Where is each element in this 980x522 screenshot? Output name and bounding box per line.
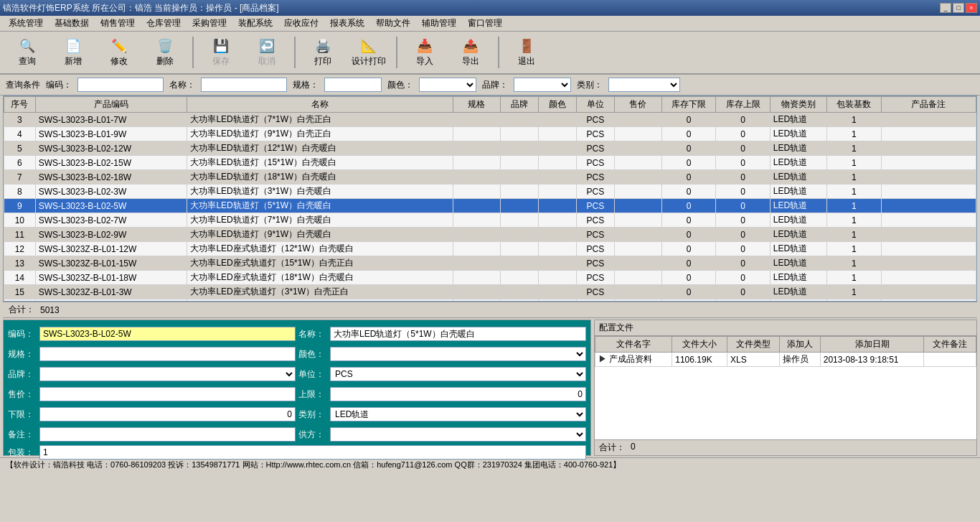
menu-purchase[interactable]: 采购管理 xyxy=(187,16,232,31)
exit-icon: 🚪 xyxy=(519,38,534,54)
cell-price xyxy=(614,141,661,156)
cell-unit: PCS xyxy=(576,213,614,228)
cell-unit: PCS xyxy=(576,113,614,127)
cell-remark xyxy=(881,141,976,156)
code-search-label: 编码： xyxy=(46,79,72,91)
file-table-row[interactable]: ▶ 产成品资料 1106.19K XLS 操作员 2013-08-13 9:18… xyxy=(595,353,976,367)
cell-category: LED轨道 xyxy=(770,185,826,199)
table-row[interactable]: 6 SWS-L3023-B-L02-15W 大功率LED轨道灯（15*1W）白壳… xyxy=(4,156,976,170)
detail-name-input[interactable] xyxy=(330,327,586,341)
cell-remark xyxy=(881,256,976,271)
design-print-button[interactable]: 📐 设计打印 xyxy=(347,34,390,71)
export-button[interactable]: 📤 导出 xyxy=(449,34,492,71)
cell-category: LED轨道 xyxy=(770,141,826,156)
menu-report[interactable]: 报表系统 xyxy=(324,16,370,31)
table-row[interactable]: 4 SWS-L3023-B-L01-9W 大功率LED轨道灯（9*1W）白壳正白… xyxy=(4,127,976,141)
detail-supplier-select[interactable] xyxy=(330,427,586,442)
menu-warehouse[interactable]: 仓库管理 xyxy=(141,16,187,31)
detail-category-select[interactable]: LED轨道 xyxy=(330,407,586,421)
detail-category-label: 类别： xyxy=(298,409,327,421)
table-scroll[interactable]: 序号 产品编码 名称 规格 品牌 颜色 单位 售价 库存下限 库存上限 物资类别… xyxy=(4,96,976,301)
cell-max-stock: 0 xyxy=(716,256,770,271)
cell-spec xyxy=(453,199,500,213)
detail-unit-select[interactable]: PCS xyxy=(330,367,586,381)
save-button[interactable]: 💾 保存 xyxy=(199,34,242,71)
file-cell-type: XLS xyxy=(727,353,779,367)
cell-seq: 4 xyxy=(4,127,36,141)
table-row[interactable]: 12 SWS-L3023Z-B-L01-12W 大功率LED座式轨道灯（12*1… xyxy=(4,242,976,256)
minimize-button[interactable]: _ xyxy=(940,3,951,13)
menu-basic-data[interactable]: 基础数据 xyxy=(49,16,95,31)
cell-code: SWS-L3023-B-L02-9W xyxy=(35,228,187,242)
query-button[interactable]: 🔍 查询 xyxy=(6,34,49,71)
maximize-button[interactable]: □ xyxy=(953,3,964,13)
table-row[interactable]: 8 SWS-L3023-B-L02-3W 大功率LED轨道灯（3*1W）白壳暖白… xyxy=(4,185,976,199)
menu-system[interactable]: 系统管理 xyxy=(3,16,49,31)
detail-price-label: 售价： xyxy=(8,388,37,401)
table-row[interactable]: 11 SWS-L3023-B-L02-9W 大功率LED轨道灯（9*1W）白壳暖… xyxy=(4,228,976,242)
table-row[interactable]: 10 SWS-L3023-B-L02-7W 大功率LED轨道灯（7*1W）白壳暖… xyxy=(4,213,976,228)
detail-upper-label: 上限： xyxy=(298,388,327,401)
menu-receivable[interactable]: 应收应付 xyxy=(278,16,324,31)
detail-lower-input[interactable] xyxy=(39,407,296,421)
cell-brand xyxy=(501,199,539,213)
detail-spec-input[interactable] xyxy=(39,347,296,361)
cell-brand xyxy=(501,156,539,170)
table-container: 序号 产品编码 名称 规格 品牌 颜色 单位 售价 库存下限 库存上限 物资类别… xyxy=(3,95,977,302)
detail-pack-input[interactable] xyxy=(39,445,586,460)
menu-window[interactable]: 窗口管理 xyxy=(462,16,508,31)
cell-pack: 1 xyxy=(827,213,881,228)
table-row[interactable]: 15 SWS-L3023Z-B-L01-3W 大功率LED座式轨道灯（3*1W）… xyxy=(4,285,976,299)
detail-upper-input[interactable] xyxy=(330,387,586,401)
delete-button[interactable]: 🗑️ 删除 xyxy=(143,34,187,71)
table-row[interactable]: 9 SWS-L3023-B-L02-5W 大功率LED轨道灯（5*1W）白壳暖白… xyxy=(4,199,976,213)
edit-button[interactable]: ✏️ 修改 xyxy=(98,34,141,71)
cell-pack: 1 xyxy=(827,285,881,299)
detail-price-input[interactable] xyxy=(39,387,296,401)
add-button[interactable]: 📄 新增 xyxy=(52,34,95,71)
exit-button[interactable]: 🚪 退出 xyxy=(505,34,548,71)
table-row[interactable]: 5 SWS-L3023-B-L02-12W 大功率LED轨道灯（12*1W）白壳… xyxy=(4,141,976,156)
table-row[interactable]: 3 SWS-L3023-B-L01-7W 大功率LED轨道灯（7*1W）白壳正白… xyxy=(4,113,976,127)
cell-category: LED轨道 xyxy=(770,156,826,170)
cell-max-stock: 0 xyxy=(716,170,770,185)
cell-spec xyxy=(453,285,500,299)
brand-search-select[interactable] xyxy=(514,78,571,92)
cell-max-stock: 0 xyxy=(716,299,770,302)
menu-help[interactable]: 帮助文件 xyxy=(370,16,416,31)
cell-pack: 1 xyxy=(827,242,881,256)
table-row[interactable]: 14 SWS-L3023Z-B-L01-18W 大功率LED座式轨道灯（18*1… xyxy=(4,271,976,285)
table-row[interactable]: 13 SWS-L3023Z-B-L01-15W 大功率LED座式轨道灯（15*1… xyxy=(4,256,976,271)
bottom-area: 编码： 名称： 规格： 颜色： 品牌： 单位： PCS 售价： 上限： 下限： … xyxy=(3,320,977,456)
cell-pack: 1 xyxy=(827,141,881,156)
cell-seq: 14 xyxy=(4,271,36,285)
spec-search-input[interactable] xyxy=(324,78,382,92)
table-row[interactable]: 7 SWS-L3023-B-L02-18W 大功率LED轨道灯（18*1W）白壳… xyxy=(4,170,976,185)
code-search-input[interactable] xyxy=(77,78,164,92)
menu-assembly[interactable]: 装配系统 xyxy=(232,16,278,31)
cell-price xyxy=(614,213,661,228)
cancel-label: 取消 xyxy=(258,55,275,67)
detail-color-select[interactable] xyxy=(330,347,586,361)
cell-spec xyxy=(453,156,500,170)
cancel-button[interactable]: ↩️ 取消 xyxy=(245,34,288,71)
file-cell-adder: 操作员 xyxy=(779,353,820,367)
detail-brand-select[interactable] xyxy=(39,367,296,381)
detail-remark-input[interactable] xyxy=(39,427,296,442)
cell-brand xyxy=(501,256,539,271)
category-search-select[interactable] xyxy=(608,78,680,92)
edit-label: 修改 xyxy=(110,55,128,67)
cell-unit: PCS xyxy=(576,256,614,271)
name-search-input[interactable] xyxy=(201,78,287,92)
menu-sales[interactable]: 销售管理 xyxy=(95,16,141,31)
print-button[interactable]: 🖨️ 打印 xyxy=(301,34,344,71)
cell-price xyxy=(614,170,661,185)
close-button[interactable]: × xyxy=(966,3,977,13)
cell-spec xyxy=(453,141,500,156)
import-button[interactable]: 📥 导入 xyxy=(403,34,446,71)
menu-auxiliary[interactable]: 辅助管理 xyxy=(416,16,462,31)
detail-code-input[interactable] xyxy=(39,327,296,341)
cell-name: 大功率LED座式轨道灯（5*1W）白壳正白 xyxy=(187,299,453,302)
table-row[interactable]: 16 SWS-L3023Z-B-L01-5W 大功率LED座式轨道灯（5*1W）… xyxy=(4,299,976,302)
color-search-select[interactable] xyxy=(419,78,476,92)
